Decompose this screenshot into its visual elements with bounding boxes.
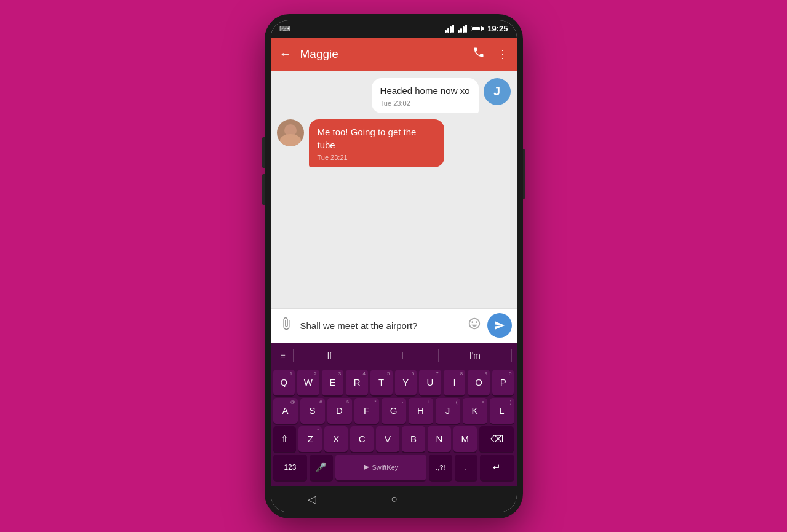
key-d[interactable]: D& (327, 398, 352, 424)
keyboard-container: ≡ If I I'm Q1 W2 E3 R4 (271, 343, 517, 486)
app-bar: ← Maggie ⋮ (271, 38, 517, 71)
key-k[interactable]: K= (463, 398, 487, 424)
power-button[interactable] (523, 149, 525, 199)
message-time-incoming: Tue 23:21 (318, 154, 436, 161)
suggestion-divider-3 (438, 349, 439, 362)
message-time-outgoing: Tue 23:02 (380, 100, 470, 107)
signal-icon (458, 25, 467, 33)
message-input[interactable] (300, 320, 461, 331)
key-punct[interactable]: .,?! (429, 455, 452, 480)
key-f[interactable]: F* (354, 398, 379, 424)
key-r[interactable]: R4 (346, 370, 368, 395)
key-q[interactable]: Q1 (273, 370, 295, 395)
key-enter[interactable]: ↵ (480, 455, 514, 480)
keyboard-row-4: 123 🎤 ⯈ SwiftKey .,?! . ↵ (273, 455, 514, 480)
message-row-outgoing: Headed home now xo Tue 23:02 J (277, 78, 511, 113)
key-space[interactable]: ⯈ SwiftKey (335, 455, 427, 480)
input-area (271, 308, 517, 343)
send-button[interactable] (487, 313, 512, 338)
key-t[interactable]: T5 (370, 370, 393, 395)
key-c[interactable]: C (350, 426, 374, 452)
battery-icon (471, 26, 484, 31)
keyboard-status-icon: ⌨ (279, 25, 290, 33)
suggestion-word-1[interactable]: If (296, 351, 363, 360)
home-nav-button[interactable]: ○ (391, 493, 398, 506)
key-b[interactable]: B (402, 426, 425, 452)
key-n[interactable]: N (428, 426, 451, 452)
status-right: 19:25 (445, 24, 508, 33)
status-bar: ⌨ (271, 20, 517, 38)
key-u[interactable]: U7 (419, 370, 441, 395)
status-left: ⌨ (279, 25, 290, 33)
key-v[interactable]: V (376, 426, 399, 452)
key-o[interactable]: O9 (468, 370, 490, 395)
key-m[interactable]: M (453, 426, 477, 452)
volume-down-button[interactable] (262, 174, 265, 205)
key-shift[interactable]: ⇧ (273, 426, 297, 452)
volume-up-button[interactable] (262, 137, 265, 168)
message-row-incoming: Me too! Going to get the tube Tue 23:21 (277, 119, 511, 167)
recents-nav-button[interactable]: □ (473, 493, 479, 506)
suggestion-divider-1 (293, 349, 294, 362)
key-mic[interactable]: 🎤 (310, 455, 332, 480)
suggestion-divider-2 (366, 349, 366, 362)
bubble-incoming: Me too! Going to get the tube Tue 23:21 (309, 119, 444, 167)
key-h[interactable]: H+ (409, 398, 433, 424)
bubble-outgoing: Headed home now xo Tue 23:02 (372, 78, 479, 113)
keyboard-row-2: A@ S# D& F* G- H+ J( K= L) (273, 398, 514, 424)
key-backspace[interactable]: ⌫ (479, 426, 514, 452)
key-l[interactable]: L) (490, 398, 514, 424)
chat-area: Headed home now xo Tue 23:02 J Me too! G… (271, 71, 517, 308)
keyboard-suggestions: ≡ If I I'm (272, 345, 516, 367)
key-z[interactable]: Z~ (298, 426, 322, 452)
key-i[interactable]: I8 (444, 370, 466, 395)
user-avatar: J (484, 78, 511, 105)
status-time: 19:25 (487, 24, 508, 33)
contact-name-title: Maggie (300, 47, 473, 61)
app-bar-icons: ⋮ (473, 46, 508, 62)
contact-avatar (277, 119, 304, 146)
phone-wrapper: ⌨ (265, 14, 523, 518)
key-a[interactable]: A@ (273, 398, 298, 424)
suggestion-divider-4 (511, 349, 512, 362)
suggestion-word-3[interactable]: I'm (441, 351, 508, 360)
key-e[interactable]: E3 (322, 370, 344, 395)
suggestion-word-2[interactable]: I (369, 351, 436, 360)
key-s[interactable]: S# (300, 398, 325, 424)
key-w[interactable]: W2 (297, 370, 319, 395)
phone-body: ⌨ (265, 14, 523, 518)
key-y[interactable]: Y6 (395, 370, 417, 395)
key-p[interactable]: P0 (492, 370, 514, 395)
screen: ⌨ (271, 20, 517, 512)
key-numbers[interactable]: 123 (273, 455, 308, 480)
wifi-icon (445, 25, 454, 33)
attach-button[interactable] (276, 313, 297, 338)
bottom-nav: ◁ ○ □ (271, 486, 517, 512)
emoji-button[interactable] (465, 314, 484, 336)
message-text-incoming: Me too! Going to get the tube (318, 125, 436, 151)
key-j[interactable]: J( (436, 398, 460, 424)
call-icon[interactable] (473, 46, 485, 62)
key-x[interactable]: X (324, 426, 348, 452)
key-dot[interactable]: . (455, 455, 477, 480)
keyboard-row-1: Q1 W2 E3 R4 T5 Y6 U7 I8 O9 P0 (273, 370, 514, 395)
more-options-icon[interactable]: ⋮ (497, 47, 508, 61)
keyboard-row-3: ⇧ Z~ X C V B N M ⌫ (273, 426, 514, 452)
keyboard-menu-icon[interactable]: ≡ (276, 348, 290, 363)
back-nav-button[interactable]: ◁ (308, 493, 316, 506)
keyboard-rows: Q1 W2 E3 R4 T5 Y6 U7 I8 O9 P0 A@ S# (272, 367, 516, 483)
key-g[interactable]: G- (382, 398, 406, 424)
message-text-outgoing: Headed home now xo (380, 84, 470, 97)
back-button[interactable]: ← (279, 47, 292, 61)
